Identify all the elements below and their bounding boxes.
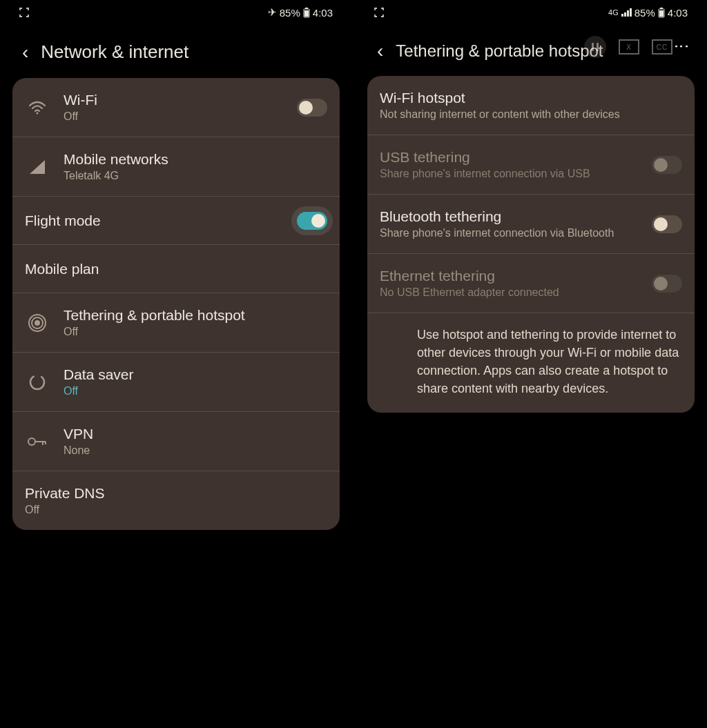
svg-rect-2 [304,10,309,17]
usb-tethering-toggle [652,156,682,174]
vpn-key-icon [25,436,50,447]
row-data-saver[interactable]: Data saver Off [12,353,340,412]
svg-point-8 [28,438,35,445]
svg-point-3 [37,112,39,114]
svg-rect-11 [659,10,664,17]
row-sub: None [64,444,327,457]
row-mobile-networks[interactable]: Mobile networks Teletalk 4G [12,137,340,197]
row-sub: No USB Ethernet adapter connected [380,286,638,299]
row-sub: Share phone's internet connection via Bl… [380,227,638,239]
row-tethering[interactable]: Tethering & portable hotspot Off [12,293,340,353]
page-title: Network & internet [41,41,330,63]
row-sub: Off [64,110,283,123]
svg-rect-13 [597,43,599,51]
row-title: Ethernet tethering [380,268,638,284]
wifi-icon [25,101,50,115]
fullscreen-exit-icon [19,8,29,17]
phone-left: 85% 4:03 ‹ Network & internet Wi-Fi Off [7,3,345,725]
flight-mode-toggle[interactable] [297,212,327,230]
signal-icon [25,160,50,174]
row-title: USB tethering [380,149,638,166]
subtitle-box[interactable]: X [619,39,639,55]
row-sub: Share phone's internet connection via US… [380,168,638,180]
row-title: Flight mode [25,213,283,229]
info-text: Use hotspot and tethering to provide int… [367,313,695,413]
svg-point-4 [35,321,39,325]
row-sub: Not sharing internet or content with oth… [380,108,682,121]
row-sub: Teletalk 4G [64,170,327,182]
net-type: 4G [608,8,619,17]
svg-rect-1 [305,8,308,9]
row-private-dns[interactable]: Private DNS Off [12,471,340,530]
row-title: Wi-Fi [64,92,283,108]
clock: 4:03 [313,7,333,19]
media-overlay: X CC [584,36,672,58]
battery-text: 85% [280,7,300,19]
hotspot-icon [25,314,50,332]
row-sub: Off [64,385,327,397]
row-title: Tethering & portable hotspot [64,307,327,324]
status-bar: 4G 85% 4:03 [362,3,700,22]
bluetooth-tethering-toggle[interactable] [652,215,682,233]
row-title: Bluetooth tethering [380,208,638,225]
battery-icon [303,8,310,18]
row-usb-tethering[interactable]: USB tethering Share phone's internet con… [367,135,695,195]
row-bluetooth-tethering[interactable]: Bluetooth tethering Share phone's intern… [367,195,695,254]
pause-icon[interactable] [584,36,606,58]
clock: 4:03 [668,7,688,19]
row-mobile-plan[interactable]: Mobile plan [12,245,340,293]
row-flight-mode[interactable]: Flight mode [12,197,340,245]
row-vpn[interactable]: VPN None [12,412,340,471]
datasaver-icon [25,373,50,391]
phone-right: 4G 85% 4:03 ‹ Tethering & portable hotsp… [362,3,700,725]
status-bar: 85% 4:03 [7,3,345,22]
page-header: ‹ Network & internet [7,22,345,78]
page-header: ‹ Tethering & portable hotspot X CC ⋮ [362,22,700,76]
more-menu-icon[interactable]: ⋮ [672,39,690,52]
row-title: Mobile networks [64,151,327,168]
row-title: Wi-Fi hotspot [380,90,682,106]
back-button[interactable]: ‹ [22,43,28,62]
row-title: Private DNS [25,485,327,502]
settings-panel: Wi-Fi Off Mobile networks Teletalk 4G Fl… [12,78,340,530]
row-title: VPN [64,426,327,442]
row-sub: Off [64,326,327,338]
signal-bars-icon [621,8,632,17]
row-wifi[interactable]: Wi-Fi Off [12,78,340,137]
row-title: Mobile plan [25,261,327,277]
cc-box[interactable]: CC [652,39,672,55]
row-title: Data saver [64,366,327,383]
wifi-toggle[interactable] [297,99,327,117]
svg-point-7 [28,373,46,391]
svg-rect-12 [592,43,594,51]
row-wifi-hotspot[interactable]: Wi-Fi hotspot Not sharing internet or co… [367,76,695,135]
back-button[interactable]: ‹ [377,41,383,61]
row-ethernet-tethering[interactable]: Ethernet tethering No USB Ethernet adapt… [367,254,695,313]
tethering-panel: Wi-Fi hotspot Not sharing internet or co… [367,76,695,413]
fullscreen-exit-icon [374,8,384,17]
battery-text: 85% [635,7,655,19]
airplane-icon [268,6,277,19]
svg-rect-10 [660,8,663,9]
ethernet-tethering-toggle [652,275,682,293]
row-sub: Off [25,504,327,516]
battery-icon [658,8,665,18]
